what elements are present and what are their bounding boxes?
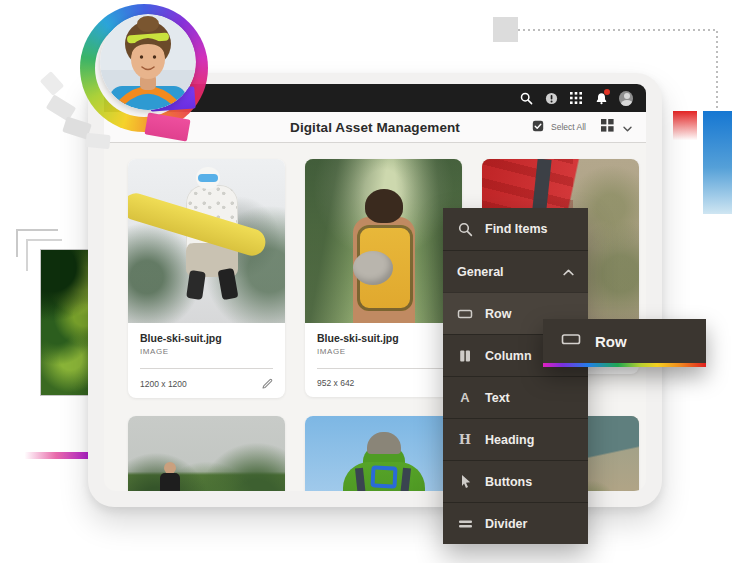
asset-type: IMAGE (140, 347, 273, 356)
asset-thumbnail-park (128, 416, 285, 491)
chevron-up-icon (563, 265, 574, 279)
search-icon (457, 222, 473, 237)
portrait-photo (100, 14, 196, 110)
asset-dimensions: 1200 x 1200 (140, 379, 187, 389)
gray-swatch (85, 133, 110, 149)
cursor-icon (457, 474, 473, 490)
asset-thumbnail-hiker (305, 159, 462, 323)
asset-thumbnail-green-jacket (305, 416, 462, 491)
row-icon (457, 306, 473, 322)
red-gradient-bar (673, 111, 697, 142)
menu-item-label: Row (485, 307, 511, 321)
notifications-bell-icon[interactable] (594, 91, 608, 105)
menu-item-label: Text (485, 391, 510, 405)
column-icon (457, 348, 473, 364)
grid-view-icon[interactable] (601, 118, 614, 136)
menu-item-label: Find Items (485, 222, 548, 236)
menu-item-label: Heading (485, 433, 534, 447)
app-switcher-icon[interactable] (569, 91, 583, 105)
view-chevron-down-icon[interactable] (623, 118, 632, 136)
edit-pencil-icon[interactable] (262, 378, 273, 389)
asset-type: IMAGE (317, 347, 450, 356)
menu-item-find-items[interactable]: Find Items (443, 208, 588, 250)
asset-card[interactable]: Blue-ski-suit.jpg IMAGE 1200 x 1200 (128, 159, 285, 398)
avatar-color-wheel-graphic (42, 2, 198, 158)
gray-swatch (40, 71, 65, 96)
search-icon[interactable] (519, 91, 533, 105)
account-avatar-icon[interactable] (619, 91, 633, 105)
menu-item-label: Divider (485, 517, 527, 531)
heading-icon: H (457, 432, 473, 447)
help-icon[interactable] (544, 91, 558, 105)
row-icon (561, 331, 581, 351)
menu-item-label: Column (485, 349, 532, 363)
asset-card[interactable] (305, 416, 462, 491)
dotted-line-horizontal (518, 29, 717, 31)
menu-item-divider[interactable]: Divider (443, 502, 588, 544)
asset-thumbnail-snowboarder (128, 159, 285, 323)
select-all-label[interactable]: Select All (551, 122, 586, 132)
gray-square-decoration (493, 17, 518, 42)
asset-name: Blue-ski-suit.jpg (140, 332, 273, 344)
menu-section-general[interactable]: General (443, 250, 588, 292)
row-flyout[interactable]: Row (543, 319, 706, 367)
menu-item-text[interactable]: A Text (443, 376, 588, 418)
asset-card[interactable]: Blue-ski-suit.jpg IMAGE 952 x 642 (305, 159, 462, 397)
select-all-checkbox-icon[interactable] (532, 118, 544, 136)
screenshot-stage: Digital Asset Management Select All (0, 0, 750, 563)
asset-card[interactable] (128, 416, 285, 491)
divider-icon (457, 519, 473, 529)
blue-gradient-bar (703, 111, 732, 214)
asset-name: Blue-ski-suit.jpg (317, 332, 450, 344)
menu-item-buttons[interactable]: Buttons (443, 460, 588, 502)
notification-badge (604, 89, 610, 95)
flyout-label: Row (595, 333, 627, 350)
menu-item-heading[interactable]: H Heading (443, 418, 588, 460)
pink-gradient-bar (25, 452, 94, 459)
menu-section-label: General (457, 265, 504, 279)
asset-dimensions: 952 x 642 (317, 378, 354, 388)
text-icon: A (457, 390, 473, 405)
components-dropdown-menu: Find Items General Row Column A Text (443, 208, 588, 544)
dotted-line-vertical (716, 31, 718, 111)
menu-item-label: Buttons (485, 475, 532, 489)
